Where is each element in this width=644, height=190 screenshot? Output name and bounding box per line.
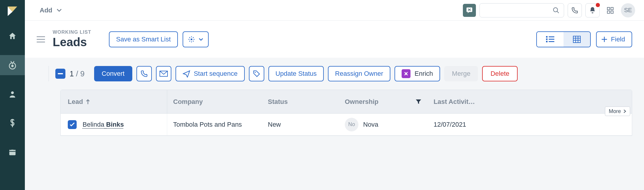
view-list-button[interactable] (537, 32, 564, 47)
svg-rect-17 (573, 36, 580, 43)
column-status[interactable]: Status (262, 98, 339, 106)
leads-table: Lead Company Status Ownership Last Activ… (60, 90, 632, 136)
sidebar (0, 0, 25, 190)
start-sequence-button[interactable]: Start sequence (176, 66, 245, 81)
select-indicator[interactable] (55, 69, 65, 79)
email-button[interactable] (156, 66, 171, 81)
convert-button[interactable]: Convert (94, 66, 132, 81)
sidebar-item-contacts[interactable] (0, 84, 25, 104)
owner-avatar: No (345, 118, 358, 131)
enrich-label: Enrich (415, 70, 433, 78)
chevron-down-icon (57, 9, 62, 12)
svg-point-1 (12, 65, 13, 67)
column-lead[interactable]: Lead (61, 90, 167, 113)
app-logo[interactable] (7, 5, 18, 17)
mail-icon (160, 71, 168, 77)
svg-point-10 (191, 38, 192, 40)
svg-rect-15 (546, 41, 548, 42)
reassign-owner-button[interactable]: Reassign Owner (328, 66, 390, 81)
apps-button[interactable] (603, 3, 617, 17)
table-icon (573, 36, 581, 43)
list-menu-button[interactable] (37, 36, 45, 43)
tag-icon (253, 70, 260, 78)
chevron-down-icon (199, 38, 203, 41)
svg-point-2 (11, 91, 14, 94)
tag-button[interactable] (249, 66, 264, 81)
start-sequence-label: Start sequence (194, 70, 238, 78)
lead-name-link[interactable]: Belinda Binks (83, 121, 124, 128)
svg-rect-3 (9, 150, 16, 155)
svg-rect-16 (549, 41, 554, 42)
column-ownership[interactable]: Ownership (339, 98, 428, 106)
svg-rect-14 (549, 39, 554, 40)
sidebar-item-leads[interactable] (0, 55, 25, 75)
search-input[interactable] (484, 7, 553, 13)
sidebar-item-home[interactable] (0, 26, 25, 46)
list-settings-button[interactable] (183, 31, 209, 47)
field-label: Field (611, 36, 625, 43)
table-header: Lead Company Status Ownership Last Activ… (61, 90, 632, 114)
call-button[interactable] (136, 66, 152, 81)
view-table-button[interactable] (564, 32, 590, 47)
cell-company: Tombola Pots and Pans (167, 121, 262, 128)
add-field-button[interactable]: Field (596, 31, 632, 47)
merge-button: Merge (444, 66, 478, 81)
column-company[interactable]: Company (167, 98, 262, 106)
grid-icon (607, 7, 614, 14)
chat-close-icon (466, 7, 473, 14)
cell-status: New (262, 121, 339, 128)
svg-rect-11 (546, 36, 548, 38)
table-row[interactable]: Belinda Binks Tombola Pots and Pans New … (61, 114, 632, 136)
update-status-button[interactable]: Update Status (268, 66, 324, 81)
svg-point-5 (553, 8, 558, 12)
delete-button[interactable]: Delete (482, 66, 518, 81)
add-menu[interactable]: Add (40, 7, 62, 14)
chevron-right-icon (623, 109, 626, 113)
svg-rect-9 (611, 11, 613, 13)
svg-point-20 (255, 72, 256, 73)
phone-icon (571, 7, 578, 14)
plus-icon (601, 36, 607, 42)
save-smart-list-button[interactable]: Save as Smart List (109, 31, 178, 47)
add-label: Add (40, 7, 52, 14)
chat-button[interactable] (463, 4, 476, 17)
search-box[interactable] (479, 3, 564, 17)
notification-indicator (596, 3, 600, 7)
svg-rect-12 (549, 36, 554, 37)
sidebar-item-calendar[interactable] (0, 142, 25, 162)
list-icon (546, 36, 554, 43)
selection-count: 1 / 9 (70, 69, 85, 78)
page-header: WORKING LIST Leads Save as Smart List Fi… (25, 21, 644, 58)
page-title: Leads (53, 36, 91, 49)
cell-ownership: No Nova (339, 118, 428, 131)
phone-icon (140, 70, 148, 78)
row-checkbox[interactable] (68, 120, 77, 129)
filter-icon[interactable] (415, 99, 422, 105)
working-list-label: WORKING LIST (53, 30, 91, 35)
column-last-activity[interactable]: Last Activit… (428, 98, 484, 106)
notifications-button[interactable] (585, 3, 600, 17)
user-avatar[interactable]: SE (621, 3, 635, 17)
svg-rect-6 (607, 7, 610, 10)
topbar: Add (25, 0, 644, 21)
svg-rect-13 (546, 38, 548, 40)
bulk-toolbar: 1 / 9 Convert Start sequence Update Stat… (49, 66, 644, 81)
svg-rect-18 (58, 73, 63, 74)
gear-icon (188, 36, 195, 43)
enrich-button[interactable]: Enrich (395, 66, 440, 81)
svg-rect-21 (405, 73, 407, 75)
svg-rect-7 (611, 7, 613, 10)
dialer-button[interactable] (568, 3, 582, 17)
bell-icon (589, 7, 596, 14)
view-toggle (536, 31, 591, 47)
more-columns-button[interactable]: More (605, 107, 630, 116)
cell-last-activity: 12/07/2021 (428, 121, 484, 128)
sidebar-item-deals[interactable] (0, 113, 25, 133)
search-icon (553, 7, 560, 14)
svg-rect-8 (607, 11, 610, 13)
sort-asc-icon (86, 99, 90, 104)
enrich-icon (402, 69, 410, 78)
send-icon (183, 70, 190, 78)
owner-name: Nova (363, 121, 378, 128)
